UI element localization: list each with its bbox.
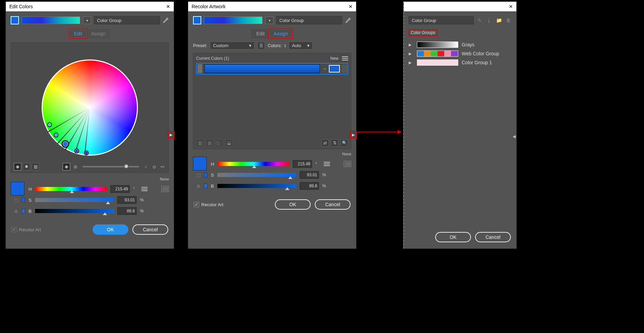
close-icon[interactable]: ✕ bbox=[348, 4, 353, 9]
wheel-smooth-icon[interactable]: ◉ bbox=[14, 163, 21, 170]
delete-group-icon[interactable]: 🗑 bbox=[505, 17, 512, 23]
expand-panel-icon[interactable]: ▶ bbox=[350, 131, 357, 138]
bri-slider[interactable] bbox=[217, 184, 296, 188]
brightness-slider[interactable] bbox=[83, 166, 139, 167]
chevron-right-icon[interactable]: ▶ bbox=[409, 43, 414, 47]
window-title: Recolor Artwork bbox=[192, 4, 226, 9]
tab-assign[interactable]: Assign bbox=[87, 29, 110, 38]
group-label: Grays bbox=[462, 42, 474, 47]
limit-library-icon[interactable] bbox=[161, 186, 169, 192]
chevron-right-icon[interactable]: ▶ bbox=[409, 52, 414, 56]
hue-value[interactable] bbox=[110, 185, 130, 193]
sat-value[interactable] bbox=[117, 196, 137, 204]
out-of-web-swatch[interactable] bbox=[204, 173, 207, 177]
tab-edit[interactable]: Edit bbox=[252, 29, 269, 38]
merge-colors-icon[interactable]: ▥ bbox=[196, 139, 204, 147]
close-icon[interactable]: ✕ bbox=[166, 4, 170, 9]
remove-color-icon[interactable]: ⊖ bbox=[151, 163, 158, 170]
titlebar: ✕ bbox=[404, 2, 516, 11]
bri-unit: % bbox=[140, 209, 145, 213]
bri-slider[interactable] bbox=[35, 209, 114, 213]
preset-options-icon[interactable]: ☰ bbox=[257, 42, 265, 49]
row-options-icon[interactable] bbox=[342, 65, 347, 73]
s-label: S bbox=[29, 198, 32, 203]
sat-slider[interactable] bbox=[35, 198, 114, 202]
limit-library-icon[interactable] bbox=[344, 161, 351, 167]
active-color-swatch[interactable] bbox=[11, 16, 19, 24]
new-folder-icon[interactable]: 📁 bbox=[496, 17, 502, 23]
hue-slider[interactable] bbox=[35, 187, 107, 191]
close-icon[interactable]: ✕ bbox=[509, 4, 513, 9]
wheel-bars-icon[interactable]: ▥ bbox=[32, 163, 39, 170]
exclude-color-icon[interactable]: ⃠ bbox=[215, 139, 223, 147]
active-color-swatch[interactable] bbox=[193, 16, 201, 24]
cancel-button[interactable]: Cancel bbox=[132, 224, 168, 235]
colors-stepper[interactable]: ▴▾ bbox=[285, 44, 286, 48]
preset-select[interactable]: Custom▾ bbox=[210, 42, 255, 49]
color-group-strip[interactable] bbox=[204, 16, 262, 24]
eyedropper-icon[interactable] bbox=[163, 17, 169, 23]
bri-unit: % bbox=[322, 184, 327, 188]
new-row-icon[interactable]: ⬓ bbox=[225, 139, 233, 147]
save-group-icon[interactable]: ⭳ bbox=[486, 17, 492, 23]
add-color-icon[interactable]: ♂ bbox=[142, 163, 149, 170]
out-of-web-swatch[interactable] bbox=[22, 198, 25, 202]
color-mode-menu-icon[interactable] bbox=[324, 162, 330, 166]
separate-colors-icon[interactable]: ▤ bbox=[206, 139, 213, 147]
ok-button[interactable]: OK bbox=[435, 232, 471, 242]
color-group-item[interactable]: ▶ Color Group 1 bbox=[409, 59, 512, 66]
target-color-swatch[interactable] bbox=[329, 65, 340, 73]
ok-button[interactable]: OK bbox=[93, 224, 128, 235]
out-of-gamut-icon: ⚠ bbox=[195, 182, 202, 189]
link-harmony-icon[interactable]: ⚯ bbox=[159, 163, 166, 170]
find-in-wheel-icon[interactable]: 🔍 bbox=[341, 139, 348, 147]
tab-assign[interactable]: Assign bbox=[269, 29, 292, 38]
expand-panel-icon[interactable]: ▶ bbox=[168, 131, 174, 138]
sat-slider[interactable] bbox=[217, 173, 296, 177]
color-wheel-area: ◉ ✱ ▥ ◉ ◎ ♂ ⊖ ⚯ bbox=[11, 42, 169, 173]
eyedropper-icon[interactable] bbox=[345, 17, 351, 23]
color-mode-menu-icon[interactable] bbox=[141, 187, 148, 191]
randomize-satbri-icon[interactable]: ⇅ bbox=[331, 139, 339, 147]
color-group-name-input[interactable] bbox=[94, 16, 160, 24]
out-of-gamut-swatch[interactable] bbox=[204, 184, 207, 188]
recolor-art-label: Recolor Art bbox=[201, 202, 223, 207]
out-of-gamut-swatch[interactable] bbox=[22, 209, 25, 213]
brightness-mode-icon[interactable]: ◉ bbox=[63, 163, 70, 170]
color-group-name-input[interactable] bbox=[276, 16, 342, 24]
color-assignment-row[interactable]: → bbox=[196, 63, 348, 75]
source-color-bar[interactable] bbox=[204, 64, 320, 73]
tab-edit[interactable]: Edit bbox=[69, 29, 87, 38]
hue-value[interactable] bbox=[293, 160, 312, 168]
collapse-panel-icon[interactable]: ◀ bbox=[512, 133, 516, 140]
hue-unit: ° bbox=[133, 187, 138, 191]
titlebar: Edit Colors ✕ bbox=[6, 2, 174, 11]
group-dropdown[interactable]: ▾ bbox=[83, 16, 91, 24]
bri-value[interactable] bbox=[300, 182, 319, 190]
bri-value[interactable] bbox=[117, 207, 137, 215]
out-of-web-icon: ⬚ bbox=[195, 171, 202, 178]
recolor-art-checkbox[interactable]: ✓ bbox=[194, 202, 199, 207]
hue-slider[interactable] bbox=[217, 162, 289, 166]
color-group-item[interactable]: ▶ Grays bbox=[409, 42, 512, 48]
group-dropdown[interactable]: ▾ bbox=[265, 16, 273, 24]
color-wheel[interactable] bbox=[42, 59, 138, 156]
colors-select[interactable]: Auto▾ bbox=[289, 42, 313, 49]
cancel-button[interactable]: Cancel bbox=[315, 199, 351, 210]
recolor-art-checkbox: ✓ bbox=[11, 227, 17, 232]
wheel-segment-icon[interactable]: ✱ bbox=[23, 163, 30, 170]
hsb-swatch[interactable] bbox=[11, 182, 24, 196]
color-group-name-input[interactable] bbox=[409, 16, 474, 24]
color-group-item[interactable]: ▶ Web Color Group bbox=[409, 51, 512, 57]
chevron-right-icon[interactable]: ▶ bbox=[409, 60, 414, 65]
ok-button[interactable]: OK bbox=[275, 199, 311, 210]
edit-group-icon[interactable]: ✎ bbox=[476, 17, 483, 23]
color-group-strip[interactable] bbox=[22, 16, 80, 24]
drag-handle-icon[interactable] bbox=[197, 64, 202, 73]
cancel-button[interactable]: Cancel bbox=[475, 232, 511, 242]
sat-value[interactable] bbox=[300, 171, 319, 179]
hsb-swatch[interactable] bbox=[193, 157, 207, 170]
table-menu-icon[interactable] bbox=[342, 56, 348, 60]
saturation-mode-icon[interactable]: ◎ bbox=[72, 163, 79, 170]
randomize-order-icon[interactable]: ⇄ bbox=[321, 139, 329, 147]
